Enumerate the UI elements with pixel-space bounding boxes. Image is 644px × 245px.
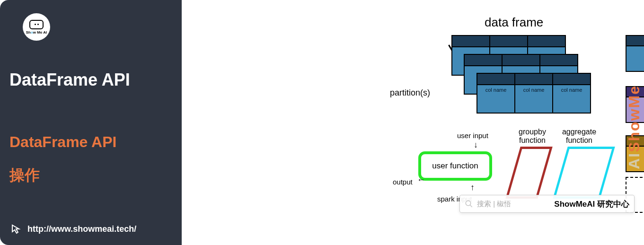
search-brand: ShowMeAI 研究中心 <box>554 199 629 210</box>
logo-text: Show Me AI <box>26 30 47 35</box>
groupby-label: groupby function <box>516 128 549 144</box>
page-title: DataFrame API <box>9 70 171 90</box>
url-row: http://www.showmeai.tech/ <box>10 223 136 235</box>
arrow-down-icon: ↓ <box>474 140 478 150</box>
dataframe-title: data frame <box>485 15 543 30</box>
logo-badge: Show Me AI <box>23 13 50 41</box>
dataframe-partition-3: col namecol namecol name <box>476 73 591 114</box>
watermark: AIShowMe <box>626 85 643 169</box>
subtitle-2: 操作 <box>9 165 171 186</box>
diagram-area: data frame row partition(s) col namecol … <box>181 0 644 245</box>
sidebar: Show Me AI DataFrame API DataFrame API 操… <box>0 0 181 245</box>
arrow-left-icon: ← <box>417 175 425 185</box>
row-original: original <box>626 35 644 72</box>
svg-point-0 <box>466 201 471 206</box>
subtitle-1: DataFrame API <box>9 133 171 151</box>
aggregate-shape <box>553 147 615 199</box>
search-overlay[interactable]: 搜索 | 椒悟 ShowMeAI 研究中心 <box>459 195 635 213</box>
user-input-label: user input <box>457 131 488 140</box>
search-icon <box>465 200 473 208</box>
output-label: output <box>393 178 413 186</box>
search-placeholder: 搜索 | 椒悟 <box>477 200 511 209</box>
cursor-icon <box>10 223 22 235</box>
user-function-box: user function <box>418 151 492 181</box>
robot-face-icon <box>29 20 44 29</box>
url-text: http://www.showmeai.tech/ <box>27 224 136 234</box>
aggregate-label: aggregate function <box>560 128 598 144</box>
svg-line-1 <box>470 205 472 207</box>
partitions-label: partition(s) <box>390 88 430 98</box>
arrow-up-icon: ↑ <box>470 183 475 192</box>
groupby-shape <box>505 147 553 199</box>
